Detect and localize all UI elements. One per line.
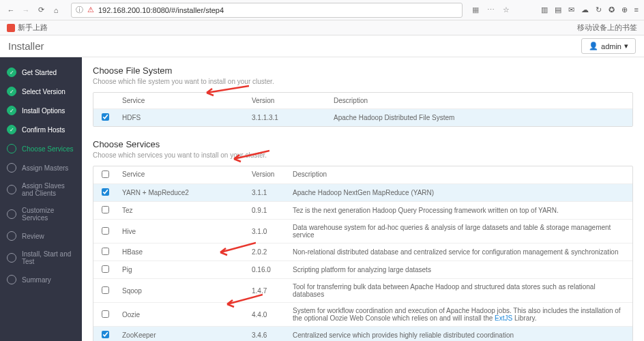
sidebar-step-3[interactable]: ✓Confirm Hosts: [0, 120, 82, 139]
sidebar-step-5[interactable]: Assign Masters: [0, 158, 82, 177]
sidebar-step-4[interactable]: Choose Services: [0, 139, 82, 158]
fs-title: Choose File System: [93, 65, 633, 76]
library-icon[interactable]: ▤: [555, 5, 561, 14]
step-icon: ✓: [7, 106, 16, 115]
extjs-link[interactable]: ExtJS: [495, 314, 512, 322]
service-desc: Centralized service which provides highl…: [293, 331, 624, 339]
sidebar-step-1[interactable]: ✓Select Version: [0, 82, 82, 101]
services-subtitle: Choose which services you want to instal…: [93, 151, 633, 159]
bookmark-icon[interactable]: ☆: [503, 5, 510, 14]
col-description: Description: [293, 170, 624, 179]
step-icon: [7, 275, 16, 284]
col-version: Version: [252, 97, 334, 104]
service-version: 2.0.2: [252, 248, 293, 256]
service-checkbox[interactable]: [102, 227, 109, 235]
forward-icon[interactable]: →: [20, 5, 31, 16]
fs-checkbox[interactable]: [102, 113, 109, 121]
service-checkbox[interactable]: [102, 286, 109, 294]
bookmark-right[interactable]: 移动设备上的书签: [577, 23, 637, 33]
bubble-icon[interactable]: ☁: [581, 5, 589, 14]
page-title: Installer: [8, 40, 44, 52]
more-icon[interactable]: ⋯: [487, 5, 495, 14]
chat-icon[interactable]: ✉: [568, 5, 574, 14]
step-label: Assign Masters: [22, 164, 68, 172]
browser-right-icons: ▥ ▤ ✉ ☁ ↻ ✪ ⊕ ≡: [541, 5, 639, 14]
scan-icon[interactable]: ▦: [472, 5, 479, 14]
sidebar-step-0[interactable]: ✓Get Started: [0, 63, 82, 82]
step-icon: ✓: [7, 68, 16, 77]
service-row[interactable]: ZooKeeper3.4.6Centralized service which …: [93, 326, 632, 341]
service-name: Sqoop: [122, 287, 252, 295]
reload-icon[interactable]: ⟳: [35, 5, 46, 16]
service-checkbox[interactable]: [102, 331, 109, 338]
step-icon: [7, 185, 16, 194]
user-menu[interactable]: 👤 admin ▾: [581, 38, 636, 54]
chevron-down-icon: ▾: [624, 42, 628, 50]
security-icon: ⚠: [87, 5, 94, 14]
step-label: Get Started: [22, 69, 57, 76]
bookmark-item[interactable]: 新手上路: [7, 23, 48, 33]
step-label: Customize Services: [22, 207, 75, 222]
fs-row[interactable]: HDFS3.1.1.3.1Apache Hadoop Distributed F…: [93, 108, 632, 126]
sidebar-step-6[interactable]: Assign Slaves and Clients: [0, 177, 82, 202]
url-text: 192.168.200.10:8080/#/installer/step4: [98, 6, 224, 14]
service-name: HBase: [122, 248, 252, 256]
service-row[interactable]: Sqoop1.4.7Tool for transferring bulk dat…: [93, 278, 632, 302]
step-icon: [7, 253, 16, 263]
sidebar-icon[interactable]: ▥: [541, 5, 548, 14]
sidebar-step-9[interactable]: Install, Start and Test: [0, 246, 82, 270]
step-icon: ✓: [7, 125, 16, 134]
service-row[interactable]: HBase2.0.2Non-relational distributed dat…: [93, 243, 632, 261]
service-name: Tez: [122, 207, 252, 214]
fs-subtitle: Choose which file system you want to ins…: [93, 78, 633, 85]
service-checkbox[interactable]: [102, 248, 109, 255]
service-row[interactable]: Oozie4.4.0System for workflow coordinati…: [93, 302, 632, 326]
service-row[interactable]: Hive3.1.0Data warehouse system for ad-ho…: [93, 219, 632, 243]
step-icon: [7, 209, 16, 219]
service-version: 1.4.7: [252, 287, 293, 295]
step-label: Select Version: [22, 88, 65, 95]
refresh2-icon[interactable]: ↻: [596, 5, 602, 14]
home-icon[interactable]: ⌂: [50, 5, 61, 16]
sidebar-step-10[interactable]: Summary: [0, 270, 82, 289]
service-row[interactable]: YARN + MapReduce23.1.1Apache Hadoop Next…: [93, 183, 632, 201]
col-service: Service: [122, 97, 252, 104]
wizard-sidebar: ✓Get Started✓Select Version✓Install Opti…: [0, 57, 82, 341]
menu-icon[interactable]: ≡: [634, 5, 639, 14]
service-checkbox[interactable]: [102, 265, 109, 273]
service-version: 3.1.0: [252, 228, 293, 235]
col-version: Version: [252, 170, 293, 179]
service-version: 0.9.1: [252, 207, 293, 214]
service-row[interactable]: Pig0.16.0Scripting platform for analyzin…: [93, 261, 632, 278]
step-icon: [7, 231, 16, 241]
step-label: Choose Services: [22, 145, 74, 153]
service-checkbox[interactable]: [102, 188, 109, 196]
svc-table-header: Service Version Description: [93, 166, 632, 183]
step-icon: [7, 163, 16, 173]
service-name: ZooKeeper: [122, 331, 252, 339]
service-name: Oozie: [122, 311, 252, 318]
service-row[interactable]: Tez0.9.1Tez is the next generation Hadoo…: [93, 201, 632, 219]
sidebar-step-2[interactable]: ✓Install Options: [0, 101, 82, 120]
service-checkbox[interactable]: [102, 206, 109, 213]
step-icon: [7, 144, 16, 153]
back-icon[interactable]: ←: [5, 5, 16, 16]
globe-icon[interactable]: ⊕: [621, 5, 628, 14]
step-label: Summary: [22, 276, 51, 284]
sidebar-step-7[interactable]: Customize Services: [0, 202, 82, 226]
service-desc: Apache Hadoop NextGen MapReduce (YARN): [293, 189, 624, 196]
sidebar-step-8[interactable]: Review: [0, 226, 82, 246]
fs-desc: Apache Hadoop Distributed File System: [334, 114, 624, 121]
service-checkbox[interactable]: [102, 310, 109, 318]
step-label: Assign Slaves and Clients: [22, 182, 75, 197]
user-icon: 👤: [589, 42, 598, 50]
service-version: 3.4.6: [252, 331, 293, 339]
url-bar[interactable]: ⓘ ⚠ 192.168.200.10:8080/#/installer/step…: [71, 3, 463, 18]
content-area: Choose File System Choose which file sys…: [82, 57, 644, 341]
col-service: Service: [122, 170, 252, 179]
select-all-checkbox[interactable]: [102, 170, 109, 178]
service-desc: Tez is the next generation Hadoop Query …: [293, 207, 624, 214]
fs-table-header: Service Version Description: [93, 93, 632, 108]
extension-icon[interactable]: ✪: [609, 5, 615, 14]
service-name: YARN + MapReduce2: [122, 189, 252, 196]
